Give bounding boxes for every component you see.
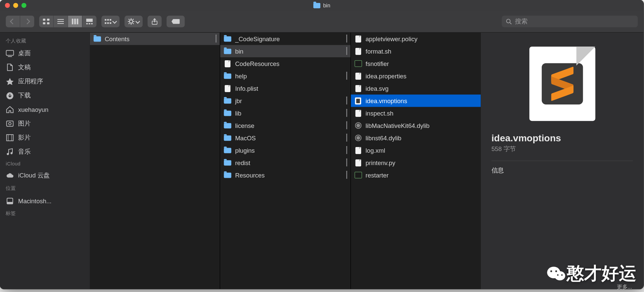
downloads-icon: [6, 92, 14, 99]
sidebar-item[interactable]: 下载: [0, 88, 90, 102]
column-item[interactable]: jbr: [220, 94, 350, 107]
column-item[interactable]: inspect.sh: [351, 107, 481, 119]
column-item-label: jbr: [235, 97, 242, 104]
search-field[interactable]: 搜索: [502, 16, 638, 27]
close-window-button[interactable]: [5, 3, 10, 8]
column-item[interactable]: lib: [220, 107, 350, 119]
svg-rect-17: [105, 22, 106, 24]
column-item[interactable]: fsnotifier: [351, 57, 481, 70]
nav-group: [6, 16, 34, 27]
sidebar-item[interactable]: 图片: [0, 117, 90, 131]
desktop-icon: [6, 50, 14, 57]
sublime-file-icon: [355, 97, 361, 104]
preview-more-link[interactable]: 更多...: [617, 283, 632, 291]
chevron-right-icon: [346, 122, 347, 129]
column-item-label: _CodeSignature: [235, 35, 280, 42]
column-item-label: bin: [235, 48, 243, 55]
column-item[interactable]: Info.plist: [220, 82, 350, 94]
chevron-down-icon: [112, 19, 117, 24]
svg-rect-35: [7, 121, 13, 126]
gear-icon: [128, 18, 134, 25]
column-item[interactable]: idea.vmoptions: [351, 94, 481, 107]
svg-point-20: [129, 20, 133, 23]
action-menu-button[interactable]: [124, 16, 142, 27]
folder-icon: [224, 111, 231, 116]
home-icon: [6, 106, 14, 113]
file-icon: [225, 60, 230, 67]
column-item[interactable]: redist: [220, 156, 350, 169]
column-item[interactable]: help: [220, 70, 350, 82]
sidebar-item[interactable]: 影片: [0, 131, 90, 145]
back-button[interactable]: [6, 16, 20, 27]
search-placeholder: 搜索: [515, 17, 527, 25]
exec-icon: [354, 60, 362, 67]
column-item[interactable]: CodeResources: [220, 57, 350, 70]
column-item[interactable]: Contents: [90, 32, 220, 45]
music-icon: [6, 148, 14, 155]
sidebar-section-header: iCloud: [0, 158, 90, 168]
column-item[interactable]: plugins: [220, 144, 350, 156]
icon-view-button[interactable]: [39, 16, 53, 27]
column-item-label: idea.properties: [365, 72, 406, 79]
folder-icon: [224, 172, 231, 178]
column-item[interactable]: log.xml: [351, 144, 481, 156]
minimize-window-button[interactable]: [13, 3, 18, 8]
sidebar-item[interactable]: 音乐: [0, 145, 90, 159]
svg-rect-0: [43, 18, 45, 20]
svg-rect-32: [6, 50, 13, 55]
column-item[interactable]: Resources: [220, 169, 350, 181]
sidebar-item[interactable]: xuehaoyun: [0, 102, 90, 117]
folder-icon: [224, 135, 231, 141]
applications-icon: [6, 78, 14, 85]
sidebar-item[interactable]: 桌面: [0, 46, 90, 60]
zoom-window-button[interactable]: [21, 3, 26, 8]
chevron-right-icon: [346, 134, 347, 141]
folder-icon: [224, 36, 231, 42]
column-item-label: printenv.py: [365, 159, 395, 166]
toolbar: 搜索: [0, 11, 644, 32]
forward-button[interactable]: [20, 16, 34, 27]
sidebar-item-label: iCloud 云盘: [18, 171, 50, 179]
column-item[interactable]: libMacNativeKit64.dylib: [351, 119, 481, 132]
svg-rect-37: [7, 134, 13, 140]
file-icon: [355, 35, 361, 42]
column-view-button[interactable]: [68, 16, 82, 27]
sidebar-item[interactable]: 应用程序: [0, 74, 90, 88]
column-item[interactable]: MacOS: [220, 132, 350, 144]
svg-line-28: [128, 23, 129, 24]
column-item-label: inspect.sh: [365, 110, 393, 117]
sidebar-item-label: 影片: [18, 134, 30, 141]
column-item[interactable]: printenv.py: [351, 156, 481, 169]
column-item[interactable]: bin: [220, 45, 350, 57]
group-by-button[interactable]: [101, 16, 119, 27]
svg-rect-43: [7, 202, 13, 204]
chevron-right-icon: [346, 110, 347, 117]
column-item[interactable]: idea.properties: [351, 70, 481, 82]
chevron-down-icon: [135, 19, 140, 24]
documents-icon: [6, 64, 14, 71]
sidebar-item-label: 音乐: [18, 148, 30, 155]
sidebar-item[interactable]: Macintosh...: [0, 194, 90, 208]
sidebar-item[interactable]: iCloud 云盘: [0, 168, 90, 182]
column-item[interactable]: idea.svg: [351, 82, 481, 94]
preview-filesize: 558 字节: [492, 145, 516, 153]
column-item[interactable]: libnst64.dylib: [351, 132, 481, 144]
column-item[interactable]: format.sh: [351, 45, 481, 57]
column-item[interactable]: _CodeSignature: [220, 32, 350, 45]
share-button[interactable]: [147, 16, 162, 27]
file-icon: [225, 85, 230, 92]
sidebar-item[interactable]: 文稿: [0, 60, 90, 74]
preview-info-header: 信息: [492, 167, 504, 174]
column-item[interactable]: restarter: [351, 169, 481, 181]
list-view-button[interactable]: [53, 16, 68, 27]
column-item-label: libMacNativeKit64.dylib: [365, 122, 429, 129]
column-item-label: libnst64.dylib: [365, 134, 401, 141]
sidebar-section-header: 位置: [0, 182, 90, 194]
column-item[interactable]: appletviewer.policy: [351, 32, 481, 45]
svg-rect-4: [57, 19, 64, 20]
column-item[interactable]: license: [220, 119, 350, 132]
gallery-view-button[interactable]: [82, 16, 96, 27]
svg-rect-13: [91, 23, 93, 24]
tags-button[interactable]: [167, 16, 185, 27]
column: appletviewer.policyformat.shfsnotifierid…: [351, 32, 481, 289]
